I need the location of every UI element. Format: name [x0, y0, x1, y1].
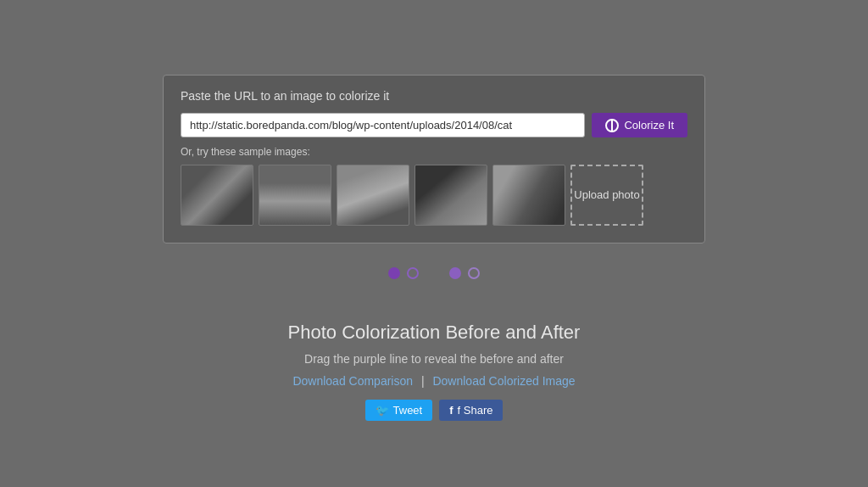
- download-comparison-link[interactable]: Download Comparison: [292, 374, 413, 388]
- colorize-card: Paste the URL to an image to colorize it…: [163, 75, 705, 244]
- url-row: Colorize It: [181, 113, 687, 137]
- sample-label: Or, try these sample images:: [181, 146, 687, 158]
- sample-thumb-4[interactable]: [415, 165, 487, 226]
- colorize-button[interactable]: Colorize It: [592, 113, 687, 137]
- before-after-title: Photo Colorization Before and After: [288, 322, 581, 344]
- samples-row: Upload photo: [181, 165, 687, 226]
- tweet-button[interactable]: 🐦 Tweet: [365, 400, 433, 421]
- upload-photo-label: Upload photo: [574, 188, 639, 203]
- bottom-section: Photo Colorization Before and After Drag…: [288, 322, 581, 421]
- card-title: Paste the URL to an image to colorize it: [181, 89, 687, 103]
- colorize-icon: [605, 119, 619, 132]
- fb-share-label: f Share: [458, 404, 493, 417]
- drag-instruction: Drag the purple line to reveal the befor…: [288, 352, 581, 366]
- dots-row: [388, 267, 480, 279]
- download-links: Download Comparison | Download Colorized…: [288, 374, 581, 388]
- colorize-label: Colorize It: [624, 119, 674, 132]
- dot-4: [468, 267, 480, 279]
- upload-photo-box[interactable]: Upload photo: [570, 165, 643, 226]
- sample-thumb-5[interactable]: [492, 165, 565, 226]
- facebook-share-button[interactable]: f f Share: [439, 400, 503, 421]
- sample-thumb-2[interactable]: [259, 165, 331, 226]
- dot-3: [449, 267, 461, 279]
- download-colorized-link[interactable]: Download Colorized Image: [432, 374, 575, 388]
- link-separator: |: [421, 374, 425, 388]
- social-row: 🐦 Tweet f f Share: [288, 400, 581, 421]
- facebook-icon: f: [449, 404, 453, 417]
- sample-thumb-3[interactable]: [337, 165, 409, 226]
- url-input[interactable]: [181, 113, 585, 137]
- tweet-label: Tweet: [393, 404, 423, 417]
- dot-1: [388, 267, 400, 279]
- twitter-icon: 🐦: [376, 404, 389, 417]
- dot-2: [407, 267, 419, 279]
- sample-thumb-1[interactable]: [181, 165, 253, 226]
